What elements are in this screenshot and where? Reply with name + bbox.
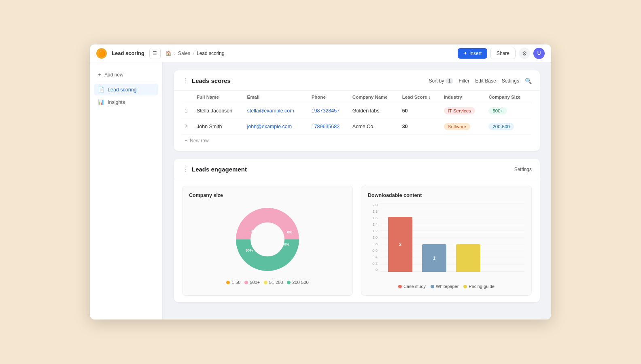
legend-label-200-500: 200-500 — [292, 280, 308, 285]
y-label-02: 0.2 — [372, 261, 378, 265]
legend-dot-whitepaper — [431, 285, 434, 288]
breadcrumb-current: Lead scoring — [197, 51, 225, 56]
y-label-14: 1.4 — [372, 222, 378, 226]
app-logo: 🟠 — [96, 48, 107, 59]
svg-text:0%: 0% — [287, 230, 292, 234]
breadcrumb-sales[interactable]: Sales — [178, 51, 190, 56]
company-size-badge-1: 500+ — [488, 107, 507, 114]
app-title: Lead scoring — [112, 50, 144, 56]
bar-pricing-guide — [456, 244, 480, 272]
email-link-1[interactable]: stella@example.com — [247, 108, 294, 114]
industry-badge-2: Software — [444, 123, 470, 130]
breadcrumb: 🏠 › Sales › Lead scoring — [166, 51, 453, 56]
donut-legend: 1-50 500+ 51-200 — [226, 280, 308, 285]
bar-whitepaper-value: 1 — [433, 256, 435, 260]
edit-base-button[interactable]: Edit Base — [475, 78, 496, 84]
legend-item-1-50: 1-50 — [226, 280, 240, 285]
col-full-name: Full Name — [194, 91, 244, 103]
sidebar-item-insights[interactable]: 📊 Insights — [94, 96, 158, 108]
phone-link-2[interactable]: 1789635682 — [312, 124, 340, 129]
add-icon: ＋ — [97, 71, 102, 78]
leads-scores-actions: Sort by 1 Filter Edit Base Settings 🔍 — [429, 78, 532, 84]
settings-icon[interactable]: ⚙ — [519, 48, 530, 59]
breadcrumb-home-icon[interactable]: 🏠 — [166, 51, 172, 56]
bars-container: 2 1 — [380, 203, 525, 272]
legend-dot-51-200 — [264, 281, 267, 284]
leads-scores-header: ⋮ Leads scores Sort by 1 Filter Edit Bas… — [174, 70, 540, 91]
phone-2: 1789635682 — [309, 119, 350, 135]
sort-by-label[interactable]: Sort by — [429, 78, 444, 84]
bar-whitepaper-rect: 1 — [422, 244, 446, 272]
leads-scores-title: Leads scores — [192, 77, 231, 84]
lead-score-2: 30 — [400, 119, 441, 135]
y-label-0: 0 — [376, 268, 378, 272]
y-label-10: 1.0 — [372, 235, 378, 239]
engagement-body: Company size 0% 50% 50% — [174, 179, 540, 302]
downloadable-content-chart-panel: Downloadable content 2.0 1.8 1.6 1.4 1.2… — [361, 186, 532, 296]
app-logo-emoji: 🟠 — [98, 50, 105, 57]
y-label-12: 1.2 — [372, 229, 378, 233]
breadcrumb-sep-2: › — [193, 51, 194, 56]
sort-by-group: Sort by 1 — [429, 78, 453, 84]
engagement-title-group: ⋮ Leads engagement — [182, 165, 247, 173]
y-label-08: 0.8 — [372, 242, 378, 246]
company-size-chart-title: Company size — [189, 193, 346, 198]
leads-engagement-section: ⋮ Leads engagement Settings Company size — [174, 159, 540, 302]
app-window: 🟠 Lead scoring ☰ 🏠 › Sales › Lead scorin… — [90, 44, 551, 320]
section-title-group: ⋮ Leads scores — [182, 77, 231, 85]
downloadable-content-chart-title: Downloadable content — [368, 193, 525, 198]
insert-button[interactable]: ✦ Insert — [458, 48, 487, 59]
search-icon[interactable]: 🔍 — [525, 78, 532, 84]
add-new-button[interactable]: ＋ Add new — [94, 69, 158, 80]
y-axis: 2.0 1.8 1.6 1.4 1.2 1.0 0.8 0.6 0.4 0.2 — [368, 203, 379, 272]
email-2: john@example.com — [244, 119, 309, 135]
company-size-chart-panel: Company size 0% 50% 50% — [182, 186, 353, 296]
company-size-2: 200-500 — [486, 119, 532, 135]
share-button[interactable]: Share — [490, 48, 516, 59]
table-row: 1 Stella Jacobson stella@example.com 198… — [182, 103, 532, 119]
top-bar-actions: ✦ Insert Share ⚙ U — [458, 48, 545, 59]
phone-link-1[interactable]: 1987328457 — [312, 108, 340, 114]
legend-label-51-200: 51-200 — [269, 280, 283, 285]
legend-label-1-50: 1-50 — [231, 280, 240, 285]
legend-item-500plus: 500+ — [244, 280, 260, 285]
bar-case-study: 2 — [388, 217, 412, 272]
engagement-actions: Settings — [514, 167, 532, 172]
legend-item-whitepaper: Whitepaper — [431, 284, 458, 289]
avatar[interactable]: U — [533, 48, 545, 59]
add-new-label: Add new — [104, 72, 123, 78]
top-bar: 🟠 Lead scoring ☰ 🏠 › Sales › Lead scorin… — [90, 44, 551, 62]
sidebar-item-label-lead-scoring: Lead scoring — [108, 87, 137, 93]
settings-button[interactable]: Settings — [502, 78, 519, 84]
sidebar: ＋ Add new 📄 Lead scoring 📊 Insights — [90, 62, 163, 320]
leads-scores-table-wrap: Full Name Email Phone Company Name Lead … — [174, 91, 540, 151]
legend-dot-1-50 — [226, 281, 230, 284]
col-industry: Industry — [441, 91, 486, 103]
sidebar-toggle-button[interactable]: ☰ — [149, 48, 161, 59]
sidebar-item-lead-scoring[interactable]: 📄 Lead scoring — [94, 84, 158, 95]
insert-icon: ✦ — [463, 51, 467, 56]
new-row-button[interactable]: + New row — [182, 135, 532, 147]
full-name-1: Stella Jacobson — [194, 103, 244, 119]
engagement-dots-icon[interactable]: ⋮ — [182, 165, 189, 173]
phone-1: 1987328457 — [309, 103, 350, 119]
filter-button[interactable]: Filter — [459, 78, 470, 84]
bar-chart-container: 2.0 1.8 1.6 1.4 1.2 1.0 0.8 0.6 0.4 0.2 — [368, 203, 525, 280]
engagement-settings-button[interactable]: Settings — [514, 167, 532, 172]
legend-label-500plus: 500+ — [250, 280, 260, 285]
insert-label: Insert — [469, 51, 482, 56]
email-1: stella@example.com — [244, 103, 309, 119]
legend-item-case-study: Case study — [398, 284, 426, 289]
legend-item-pricing-guide: Pricing guide — [463, 284, 495, 289]
email-link-2[interactable]: john@example.com — [247, 124, 292, 129]
bar-pricing-guide-rect — [456, 244, 480, 272]
industry-2: Software — [441, 119, 486, 135]
legend-label-pricing-guide: Pricing guide — [469, 284, 495, 289]
section-dots-icon[interactable]: ⋮ — [182, 77, 189, 85]
lead-scoring-icon: 📄 — [98, 87, 104, 93]
table-header-row: Full Name Email Phone Company Name Lead … — [182, 91, 532, 103]
main-content: ⋮ Leads scores Sort by 1 Filter Edit Bas… — [163, 62, 551, 320]
col-phone: Phone — [309, 91, 350, 103]
legend-dot-pricing-guide — [463, 285, 467, 288]
legend-label-case-study: Case study — [403, 284, 426, 289]
